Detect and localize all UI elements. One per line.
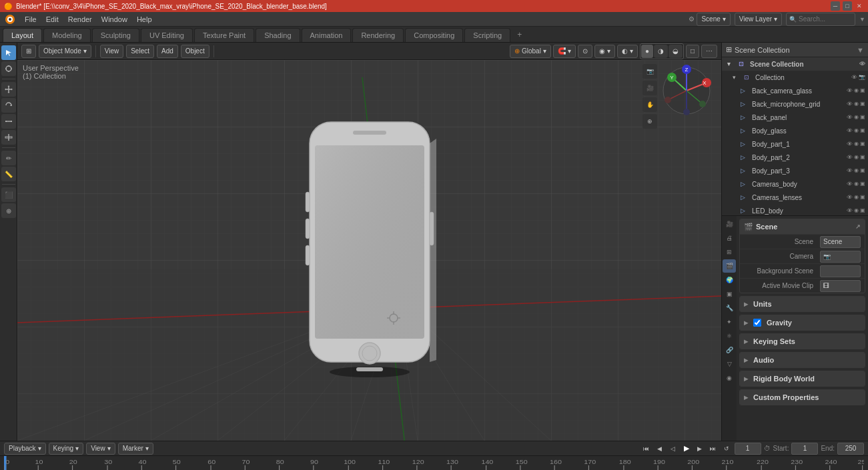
prop-data-icon[interactable]: ▽ [723, 357, 736, 371]
object-mode-selector[interactable]: Object Mode ▾ [39, 45, 91, 58]
tool-transform[interactable] [1, 130, 16, 145]
playback-menu[interactable]: Playback ▾ [4, 443, 46, 455]
tool-measure[interactable]: 📏 [1, 167, 16, 181]
snap-button[interactable]: 🧲 ▾ [553, 45, 576, 58]
tab-compositing[interactable]: Compositing [405, 28, 463, 42]
vis-4[interactable]: 👁 [847, 127, 853, 134]
camera-gizmo[interactable]: 📷 [642, 64, 657, 79]
tab-sculpting[interactable]: Sculpting [92, 28, 139, 42]
vis-eye[interactable]: 👁 [847, 87, 853, 94]
prop-constraint-icon[interactable]: 🔗 [723, 343, 736, 357]
tab-texture-paint[interactable]: Texture Paint [194, 28, 254, 42]
gravity-checkbox[interactable] [753, 319, 761, 327]
play-button[interactable]: ▶ [681, 443, 692, 454]
keying-menu[interactable]: Keying ▾ [49, 443, 84, 455]
scene-collection-item[interactable]: ▾ ⊡ Scene Collection 👁 [722, 57, 868, 71]
rigid-body-header[interactable]: ▶ Rigid Body World [740, 371, 865, 386]
outliner-item-body-part-2[interactable]: ▷ Body_part_2 👁 ◉ ▣ [722, 151, 868, 164]
audio-header[interactable]: ▶ Audio [740, 353, 865, 367]
maximize-button[interactable]: □ [843, 1, 852, 11]
jump-start-button[interactable]: ⏮ [641, 443, 652, 454]
outliner-item-back-camera-glass[interactable]: ▷ Back_camera_glass 👁 ◉ ▣ [722, 84, 868, 97]
transform-global[interactable]: ⊕ Global ▾ [510, 45, 551, 58]
view-menu-tl[interactable]: View ▾ [86, 443, 115, 455]
frame-start-input[interactable]: 1 [791, 443, 818, 455]
add-workspace-button[interactable]: + [512, 27, 527, 42]
minimize-button[interactable]: ─ [831, 1, 840, 11]
collection-item[interactable]: ▾ ⊡ Collection 👁 📷 [722, 71, 868, 84]
outliner-item-led-body[interactable]: ▷ LED_body 👁 ◉ ▣ [722, 204, 868, 216]
vis-sel[interactable]: ◉ [854, 87, 859, 94]
tab-modeling[interactable]: Modeling [43, 28, 91, 42]
prop-scene-icon[interactable]: 🎬 [723, 259, 736, 273]
collection-visibility[interactable]: 👁 [851, 74, 857, 81]
vis-render[interactable]: ▣ [860, 87, 865, 94]
visibility-icon[interactable]: 👁 [859, 61, 865, 67]
loop-button[interactable]: ↺ [721, 443, 732, 454]
prop-object-icon[interactable]: ▣ [723, 287, 736, 301]
vis-3[interactable]: 👁 [847, 114, 853, 121]
vis-10[interactable]: 👁 [847, 207, 853, 214]
view-layer-selector[interactable]: View Layer ▾ [735, 13, 782, 26]
tool-add-cube[interactable]: ⬛ [1, 187, 16, 202]
rendered-shading[interactable]: ◒ [669, 45, 683, 58]
tab-scripting[interactable]: Scripting [464, 28, 510, 42]
material-shading[interactable]: ◑ [654, 45, 668, 58]
vis-9[interactable]: 👁 [847, 194, 853, 201]
tab-rendering[interactable]: Rendering [352, 28, 404, 42]
jump-end-button[interactable]: ⏭ [708, 443, 719, 454]
close-button[interactable]: ✕ [855, 1, 864, 11]
step-forward-button[interactable]: ▶ [695, 443, 705, 454]
view-menu[interactable]: View [100, 45, 124, 58]
xray-toggle[interactable]: □ [686, 45, 699, 58]
frame-end-input[interactable]: 250 [837, 443, 864, 455]
vis-5[interactable]: 👁 [847, 141, 853, 147]
scene-section-header[interactable]: 🎬 Scene ↗ [740, 219, 865, 234]
camera-value[interactable]: 📷 [820, 251, 861, 263]
tool-scale[interactable] [1, 114, 16, 129]
vis-eye-2[interactable]: 👁 [847, 101, 853, 107]
extra-toggle[interactable]: ⋯ [701, 45, 717, 58]
prop-material-icon[interactable]: ◉ [723, 371, 736, 385]
proportional-edit[interactable]: ⊙ [578, 45, 592, 58]
search-input[interactable] [799, 15, 852, 23]
scene-selector[interactable]: Scene ▾ [697, 13, 730, 26]
scene-name-value[interactable]: Scene [820, 236, 861, 248]
custom-props-header[interactable]: ▶ Custom Properties [740, 390, 865, 405]
outliner-item-back-mic[interactable]: ▷ Back_microphone_grid 👁 ◉ ▣ [722, 97, 868, 111]
prop-particle-icon[interactable]: ✦ [723, 315, 736, 329]
vis-render-2[interactable]: ▣ [860, 101, 865, 107]
prop-modifier-icon[interactable]: 🔧 [723, 301, 736, 315]
prop-world-icon[interactable]: 🌍 [723, 273, 736, 287]
tab-layout[interactable]: Layout [3, 28, 42, 42]
tool-rotate[interactable] [1, 98, 16, 113]
prop-view-layer-icon[interactable]: ⊞ [723, 245, 736, 259]
grab-hand[interactable]: ✋ [642, 97, 657, 112]
extra-gizmo[interactable]: ⊕ [642, 114, 657, 129]
outliner-item-body-part-1[interactable]: ▷ Body_part_1 👁 ◉ ▣ [722, 137, 868, 151]
editor-type-selector[interactable]: ⊞ [21, 45, 36, 58]
add-menu[interactable]: Add [157, 45, 178, 58]
collection-render[interactable]: 📷 [859, 74, 865, 81]
menu-render[interactable]: Render [63, 14, 97, 25]
prop-output-icon[interactable]: 🖨 [723, 231, 736, 245]
vis-6[interactable]: 👁 [847, 154, 853, 161]
tab-uv-editing[interactable]: UV Editing [141, 28, 193, 42]
object-menu[interactable]: Object [181, 45, 209, 58]
current-frame-display[interactable]: 1 [735, 443, 761, 455]
active-movie-value[interactable]: 🎞 [820, 280, 861, 292]
step-back-button[interactable]: ◀ [655, 443, 665, 454]
select-menu[interactable]: Select [126, 45, 154, 58]
overlay-toggle[interactable]: ◉ ▾ [594, 45, 615, 58]
viewport[interactable]: ⊞ Object Mode ▾ View Select Add Object ⊕… [17, 43, 721, 441]
keying-sets-header[interactable]: ▶ Keying Sets [740, 334, 865, 349]
menu-edit[interactable]: Edit [41, 14, 63, 25]
tool-annotate[interactable]: ✏ [1, 151, 16, 165]
vis-8[interactable]: 👁 [847, 181, 853, 187]
outliner-item-back-panel[interactable]: ▷ Back_panel 👁 ◉ ▣ [722, 111, 868, 124]
vis-sel-2[interactable]: ◉ [854, 101, 859, 107]
outliner-item-body-glass[interactable]: ▷ Body_glass 👁 ◉ ▣ [722, 124, 868, 137]
play-back-button[interactable]: ◁ [668, 443, 679, 454]
gravity-header[interactable]: ▶ Gravity [740, 315, 865, 330]
shading-toggle[interactable]: ◐ ▾ [617, 45, 638, 58]
